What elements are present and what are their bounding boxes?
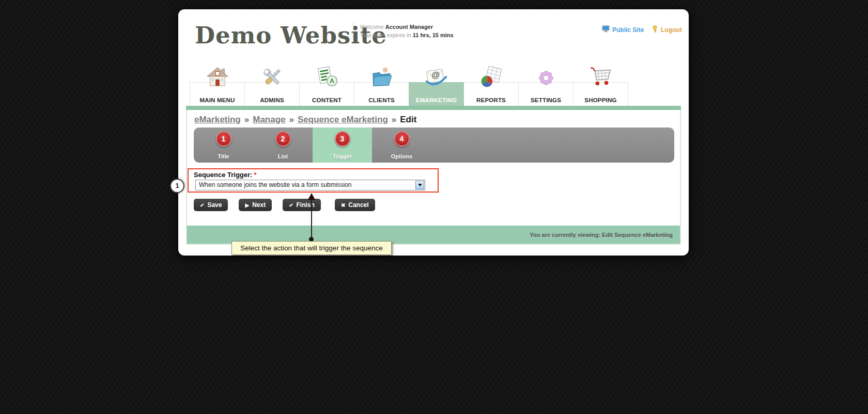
breadcrumb-link-sequence-emarketing[interactable]: Sequence eMarketing (298, 115, 388, 124)
nav-tab-settings[interactable]: SETTINGS (518, 61, 574, 106)
save-button-label: Save (207, 201, 222, 209)
cancel-button-label: Cancel (348, 201, 368, 209)
welcome-prefix: Welcome (360, 24, 384, 30)
welcome-line: Welcome Account Manager (360, 23, 454, 31)
finish-button[interactable]: ✔ Finish (283, 199, 321, 211)
selected-option-text: When someone joins the website via a for… (199, 181, 351, 188)
wizard-step-list[interactable]: 2 List (253, 128, 313, 163)
required-asterisk: * (254, 171, 256, 179)
step-number-badge: 2 (275, 131, 291, 147)
step-number-badge: 1 (216, 131, 231, 147)
welcome-block: Welcome Account Manager Your login expir… (360, 23, 454, 39)
breadcrumb-link-emarketing[interactable]: eMarketing (194, 115, 241, 124)
nav-label-reports: REPORTS (463, 97, 519, 103)
nav-tab-emarketing[interactable]: @ EMARKETING (409, 61, 464, 106)
step-label: Trigger (313, 153, 372, 160)
nav-label-settings: SETTINGS (518, 97, 574, 103)
main-nav: MAIN MENU ADMINS A CONTENT CLIENTS (190, 61, 628, 106)
nav-label-clients: CLIENTS (354, 97, 409, 103)
next-button[interactable]: ▶ Next (239, 199, 272, 211)
document-magnifier-icon: A (315, 66, 339, 91)
step-number-badge: 4 (394, 131, 410, 147)
logout-link[interactable]: Logout (652, 25, 682, 35)
nav-tab-reports[interactable]: REPORTS (463, 61, 519, 106)
gear-icon (534, 66, 558, 91)
breadcrumb-current: Edit (400, 115, 416, 124)
sequence-trigger-label: Sequence Trigger:* (194, 171, 256, 179)
status-bar-text: You are currently viewing: Edit Sequence… (530, 232, 673, 238)
expires-time: 11 hrs, 15 mins (413, 32, 454, 38)
nav-label-shopping: SHOPPING (573, 97, 628, 103)
annotation-tooltip: Select the action that will trigger the … (231, 241, 392, 255)
svg-text:A: A (330, 77, 334, 85)
step-label: Title (194, 153, 253, 160)
annotation-arrow-line (311, 199, 312, 240)
svg-text:@: @ (431, 70, 440, 79)
chevron-down-icon (418, 184, 422, 186)
logout-label: Logout (661, 26, 682, 34)
nav-tab-clients[interactable]: CLIENTS (354, 61, 409, 106)
breadcrumb-link-manage[interactable]: Manage (253, 115, 285, 124)
admin-window: Demo Website Welcome Account Manager You… (178, 9, 689, 256)
nav-label-emarketing: EMARKETING (409, 97, 464, 103)
monitor-icon (602, 25, 610, 34)
check-icon: ✔ (289, 202, 293, 208)
page-background: { "header": { "logo_text": "Demo Website… (0, 0, 868, 414)
next-button-label: Next (252, 201, 266, 209)
breadcrumb-separator: » (289, 115, 294, 124)
wizard-steps-bar: 1 Title 2 List 3 Trigger 4 Options (194, 128, 674, 163)
nav-label-admins: ADMINS (244, 97, 300, 103)
key-icon (652, 25, 658, 35)
expiry-line: Your login expires in 11 hrs, 15 mins (360, 31, 454, 39)
action-buttons: ✔ Save ▶ Next ✔ Finish ✖ Cancel (194, 199, 375, 211)
breadcrumb-separator: » (244, 115, 249, 124)
account-name: Account Manager (385, 24, 433, 30)
cart-icon (589, 66, 613, 91)
sequence-trigger-select[interactable]: When someone joins the website via a for… (195, 180, 425, 190)
tools-icon (260, 66, 284, 91)
accent-strip (186, 106, 681, 110)
select-dropdown-button[interactable] (415, 181, 424, 189)
nav-label-content: CONTENT (299, 97, 354, 103)
breadcrumb-separator: » (392, 115, 396, 124)
breadcrumb: eMarketing»Manage»Sequence eMarketing»Ed… (194, 115, 416, 125)
email-at-icon: @ (425, 66, 448, 91)
content-panel: eMarketing»Manage»Sequence eMarketing»Ed… (186, 106, 681, 245)
nav-tab-content[interactable]: A CONTENT (299, 61, 354, 106)
public-site-link[interactable]: Public Site (602, 25, 644, 34)
expires-prefix: Your login expires in (360, 32, 411, 38)
save-button[interactable]: ✔ Save (194, 199, 228, 211)
step-label: Options (372, 153, 431, 160)
nav-tab-admins[interactable]: ADMINS (244, 61, 300, 106)
nav-tab-main-menu[interactable]: MAIN MENU (190, 61, 245, 106)
check-icon: ✔ (200, 202, 204, 208)
step-label: List (253, 153, 313, 160)
site-logo: Demo Website (195, 22, 387, 49)
wizard-step-options[interactable]: 4 Options (372, 128, 431, 163)
public-site-label: Public Site (612, 26, 644, 34)
play-icon: ▶ (245, 202, 249, 208)
home-icon (206, 66, 229, 91)
field-label-text: Sequence Trigger: (194, 171, 252, 179)
annotation-arrow-head-icon (308, 193, 315, 200)
wizard-step-trigger[interactable]: 3 Trigger (313, 128, 372, 163)
step-number-badge: 3 (335, 131, 350, 147)
pie-chart-icon (479, 66, 503, 91)
nav-label-main-menu: MAIN MENU (190, 97, 245, 103)
cancel-button[interactable]: ✖ Cancel (335, 199, 375, 211)
folder-person-icon (370, 66, 394, 91)
header-divider (353, 23, 353, 40)
x-icon: ✖ (341, 202, 345, 208)
annotation-step-marker: 1 (170, 179, 184, 193)
nav-tab-shopping[interactable]: SHOPPING (573, 61, 628, 106)
wizard-step-title[interactable]: 1 Title (194, 128, 253, 163)
